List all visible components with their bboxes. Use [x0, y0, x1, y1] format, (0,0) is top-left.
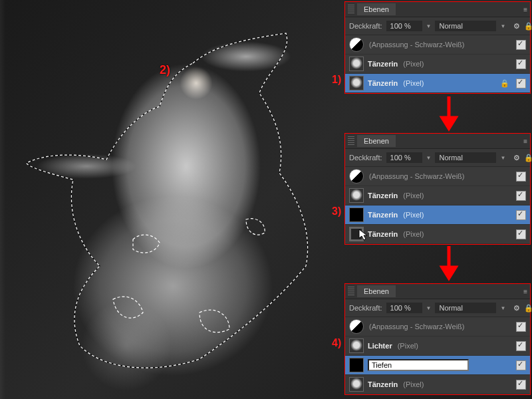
visibility-checkbox[interactable]	[516, 78, 526, 88]
visibility-checkbox[interactable]	[516, 40, 526, 50]
gear-icon[interactable]: ⚙	[513, 304, 520, 313]
opacity-value[interactable]: 100 %	[386, 152, 422, 163]
visibility-checkbox[interactable]	[516, 322, 526, 332]
visibility-checkbox[interactable]	[516, 210, 526, 220]
panel-menu-icon[interactable]: ≡	[523, 288, 527, 295]
layer-row-dancer-drag[interactable]: Tänzerin (Pixel)	[345, 225, 530, 244]
layer-name: Tänzerin	[368, 79, 398, 87]
layer-row-adjustment[interactable]: (Anpassung - Schwarz-Weiß)	[345, 167, 530, 186]
opacity-label: Deckkraft:	[349, 304, 382, 312]
layer-thumb	[349, 338, 364, 353]
opacity-value[interactable]: 100 %	[386, 303, 422, 313]
panel-menu-icon[interactable]: ≡	[523, 138, 527, 145]
canvas-stage: 2) Ebenen ≡ Deckkraft: 100 % ▼ Normal ▼ …	[0, 0, 532, 399]
visibility-checkbox[interactable]	[516, 380, 526, 390]
layer-type: (Pixel)	[403, 60, 424, 68]
layers-panel-3: Ebenen ≡ Deckkraft: 100 % ▼ Normal ▼ ⚙ 🔒…	[344, 283, 531, 395]
layer-type: (Pixel)	[403, 211, 424, 219]
panel-menu-icon[interactable]: ≡	[523, 6, 527, 13]
annotation-step-2: 3)	[332, 205, 341, 217]
adjustment-icon	[349, 319, 364, 334]
layer-name: Tänzerin	[368, 380, 398, 388]
mask-thumb	[349, 358, 364, 372]
chevron-down-icon[interactable]: ▼	[500, 23, 505, 29]
visibility-checkbox[interactable]	[516, 341, 526, 351]
panel-options: Deckkraft: 100 % ▼ Normal ▼ ⚙ 🔒	[345, 299, 530, 317]
layer-row-dancer[interactable]: Tänzerin (Pixel)	[345, 375, 530, 394]
visibility-checkbox[interactable]	[516, 172, 526, 182]
panel-header[interactable]: Ebenen ≡	[345, 134, 530, 149]
lock-icon[interactable]: 🔒	[524, 304, 532, 313]
arrow-down-1	[439, 96, 459, 133]
layer-row-dancer-mask-selected[interactable]: Tänzerin (Pixel)	[345, 205, 530, 225]
chevron-down-icon[interactable]: ▼	[500, 305, 505, 311]
chevron-down-icon[interactable]: ▼	[426, 23, 432, 29]
annotation-canvas: 2)	[160, 63, 170, 77]
layer-name: Tänzerin	[368, 230, 398, 238]
layers-panel-2: Ebenen ≡ Deckkraft: 100 % ▼ Normal ▼ ⚙ 🔒…	[344, 133, 531, 245]
layer-row-lights[interactable]: Lichter (Pixel)	[345, 336, 530, 356]
layer-row-adjustment[interactable]: (Anpassung - Schwarz-Weiß)	[345, 35, 530, 55]
tab-layers[interactable]: Ebenen	[357, 285, 396, 297]
blend-mode[interactable]: Normal	[435, 152, 496, 163]
layer-thumb	[349, 76, 364, 90]
layer-row-dancer-selected[interactable]: Tänzerin (Pixel) 🔒	[345, 74, 530, 93]
gear-icon[interactable]: ⚙	[513, 22, 520, 31]
opacity-label: Deckkraft:	[349, 154, 382, 162]
panel-header[interactable]: Ebenen ≡	[345, 2, 530, 17]
layer-row-adjustment[interactable]: (Anpassung - Schwarz-Weiß)	[345, 317, 530, 336]
annotation-step-3: 4)	[332, 337, 341, 349]
layer-rename-input[interactable]	[368, 359, 469, 371]
adjustment-icon	[349, 169, 364, 184]
layer-name: Tänzerin	[368, 211, 398, 219]
panel-header[interactable]: Ebenen ≡	[345, 284, 530, 299]
arrow-down-2	[439, 246, 459, 283]
panel-options: Deckkraft: 100 % ▼ Normal ▼ ⚙ 🔒	[345, 149, 530, 167]
panel-options: Deckkraft: 100 % ▼ Normal ▼ ⚙ 🔒	[345, 17, 530, 35]
layer-type: (Pixel)	[403, 192, 424, 200]
layers-panel-1: Ebenen ≡ Deckkraft: 100 % ▼ Normal ▼ ⚙ 🔒…	[344, 1, 531, 94]
lock-icon[interactable]: 🔒	[500, 79, 509, 88]
layer-type: (Pixel)	[403, 380, 424, 388]
layer-name: Tänzerin	[368, 60, 398, 68]
layer-type: (Pixel)	[403, 230, 424, 238]
visibility-checkbox[interactable]	[516, 360, 526, 370]
layers-list: (Anpassung - Schwarz-Weiß) Tänzerin (Pix…	[345, 35, 530, 93]
layer-row-depths-rename[interactable]	[345, 356, 530, 375]
visibility-checkbox[interactable]	[516, 59, 526, 69]
visibility-checkbox[interactable]	[516, 191, 526, 201]
lock-icon[interactable]: 🔒	[524, 22, 532, 31]
layer-name: (Anpassung - Schwarz-Weiß)	[369, 323, 464, 331]
adjustment-icon	[349, 37, 364, 52]
layer-row-dancer[interactable]: Tänzerin (Pixel)	[345, 55, 530, 74]
layer-name: Lichter	[368, 342, 392, 350]
layers-list: (Anpassung - Schwarz-Weiß) Tänzerin (Pix…	[345, 167, 530, 244]
blend-mode[interactable]: Normal	[435, 303, 496, 313]
lock-icon[interactable]: 🔒	[524, 154, 532, 162]
layer-name: Tänzerin	[368, 192, 398, 200]
mask-thumb	[349, 207, 364, 222]
opacity-label: Deckkraft:	[349, 22, 382, 30]
chevron-down-icon[interactable]: ▼	[500, 155, 505, 161]
grip-icon	[348, 287, 354, 296]
layer-row-dancer[interactable]: Tänzerin (Pixel)	[345, 186, 530, 205]
tab-layers[interactable]: Ebenen	[357, 135, 396, 147]
tab-layers[interactable]: Ebenen	[357, 3, 396, 15]
gear-icon[interactable]: ⚙	[513, 154, 520, 162]
annotation-step-1: 1)	[332, 74, 341, 86]
layer-thumb	[349, 57, 364, 71]
layer-thumb	[349, 377, 364, 392]
layer-name: (Anpassung - Schwarz-Weiß)	[369, 41, 464, 49]
mask-thumb	[349, 227, 364, 241]
chevron-down-icon[interactable]: ▼	[426, 305, 432, 311]
grip-icon	[348, 136, 354, 146]
blend-mode[interactable]: Normal	[435, 21, 496, 31]
visibility-checkbox[interactable]	[516, 229, 526, 239]
layers-list: (Anpassung - Schwarz-Weiß) Lichter (Pixe…	[345, 317, 530, 394]
chevron-down-icon[interactable]: ▼	[426, 155, 432, 161]
grip-icon	[348, 5, 354, 14]
layer-name: (Anpassung - Schwarz-Weiß)	[369, 172, 464, 180]
opacity-value[interactable]: 100 %	[386, 21, 422, 31]
layer-thumb	[349, 188, 364, 203]
layer-type: (Pixel)	[403, 79, 424, 87]
